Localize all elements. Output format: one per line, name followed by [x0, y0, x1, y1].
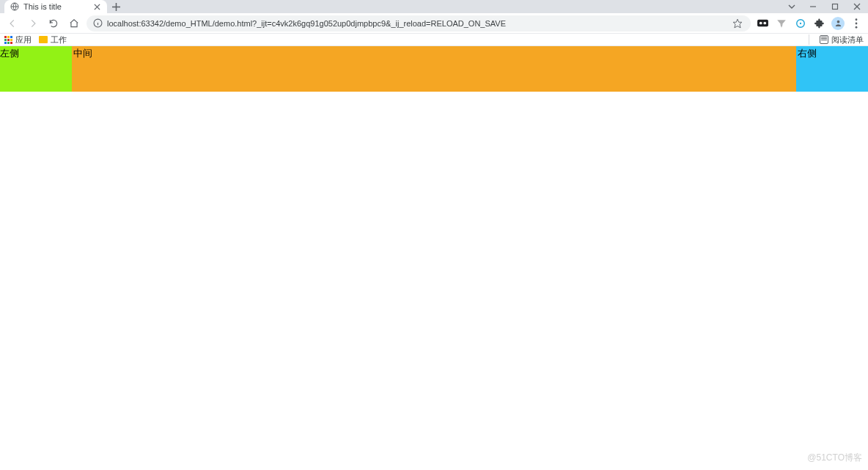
reading-list-icon: [820, 35, 828, 44]
bookmarks-bar: 应用 工作 阅读清单: [0, 34, 868, 46]
left-column: 左侧: [0, 46, 72, 92]
middle-text: 中间: [73, 48, 92, 59]
bookmark-folder[interactable]: 工作: [39, 34, 67, 45]
svg-point-19: [800, 22, 801, 23]
svg-point-23: [856, 26, 858, 28]
divider: [809, 34, 809, 45]
extension-icon-1[interactable]: [755, 16, 770, 31]
back-button[interactable]: [4, 15, 21, 32]
svg-point-14: [759, 22, 762, 25]
extensions-icon[interactable]: [812, 16, 827, 31]
reading-list-button[interactable]: 阅读清单: [820, 34, 864, 45]
home-button[interactable]: [66, 15, 82, 32]
watermark: @51CTO博客: [807, 452, 862, 464]
svg-rect-6: [833, 4, 838, 10]
svg-point-15: [763, 22, 766, 25]
url-text: localhost:63342/demo_HTML/demo.html?_ijt…: [107, 19, 726, 28]
page-content: 左侧 中间 右侧: [0, 46, 868, 92]
new-tab-button[interactable]: [107, 0, 125, 13]
window-controls: [802, 0, 868, 13]
address-bar[interactable]: localhost:63342/demo_HTML/demo.html?_ijt…: [87, 15, 751, 32]
apps-button[interactable]: 应用: [4, 34, 32, 45]
extension-icon-3[interactable]: [793, 16, 808, 31]
tab-strip: This is title: [0, 0, 868, 13]
browser-tab[interactable]: This is title: [4, 0, 107, 13]
bookmark-folder-label: 工作: [51, 34, 67, 45]
reload-button[interactable]: [45, 15, 62, 32]
close-icon[interactable]: [92, 2, 101, 11]
apps-label: 应用: [15, 34, 32, 45]
reading-list-label: 阅读清单: [831, 34, 864, 45]
close-window-button[interactable]: [846, 0, 868, 13]
browser-toolbar: localhost:63342/demo_HTML/demo.html?_ijt…: [0, 13, 868, 34]
left-text: 左侧: [0, 48, 19, 59]
profile-button[interactable]: [831, 17, 845, 30]
right-text: 右侧: [798, 48, 817, 59]
svg-point-20: [836, 21, 839, 23]
svg-point-21: [856, 18, 858, 21]
svg-marker-17: [780, 24, 783, 28]
tab-search-button[interactable]: [781, 0, 802, 13]
minimize-button[interactable]: [802, 0, 824, 13]
apps-icon: [4, 36, 12, 44]
extension-icon-2[interactable]: [774, 16, 789, 31]
globe-icon: [10, 2, 19, 11]
maximize-button[interactable]: [824, 0, 846, 13]
folder-icon: [39, 36, 48, 43]
middle-column: 中间: [72, 46, 796, 92]
svg-marker-12: [733, 19, 742, 28]
svg-rect-13: [757, 20, 768, 26]
tab-title: This is title: [23, 2, 88, 11]
forward-button[interactable]: [25, 15, 41, 32]
svg-point-22: [856, 22, 858, 24]
info-icon[interactable]: [92, 18, 103, 29]
right-column: 右侧: [796, 46, 868, 92]
star-icon[interactable]: [730, 16, 745, 31]
kebab-menu-icon[interactable]: [849, 16, 864, 31]
